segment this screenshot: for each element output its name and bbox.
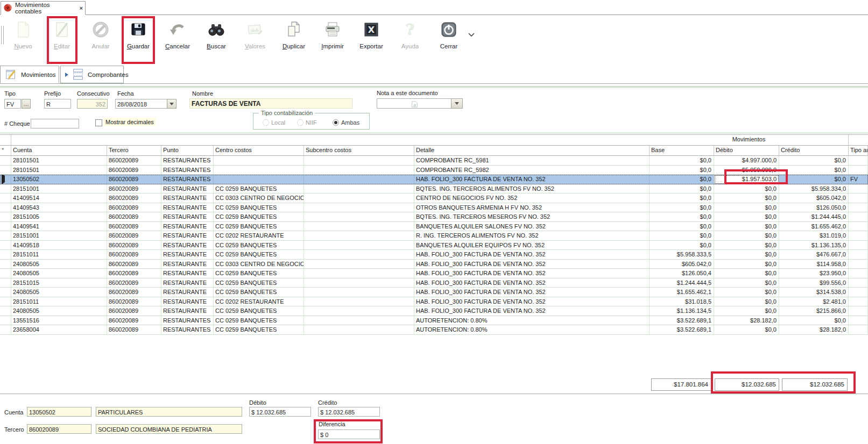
cell-tercero[interactable]: 860020089 (107, 231, 161, 241)
cell-tercero[interactable]: 860020089 (107, 260, 161, 269)
cell-tipo[interactable] (849, 203, 868, 213)
cell-credito[interactable]: $1.136.135,0 (779, 241, 849, 250)
cell-punto[interactable]: RESTAURANTES (161, 175, 214, 184)
fecha-dropdown-button[interactable] (167, 99, 177, 109)
cell-debito[interactable]: $0,0 (714, 241, 779, 250)
cell-punto[interactable]: RESTAURANTE (161, 260, 214, 269)
cell-punto[interactable]: RESTAURANTE (161, 297, 214, 307)
cell-detalle[interactable]: HAB. FOLIO_300 FACTURA DE VENTA NO. 352 (414, 269, 650, 278)
cell-cuenta[interactable]: 28151005 (11, 212, 107, 222)
toolbar-grip[interactable] (1, 26, 4, 44)
cell-tipo[interactable] (849, 278, 868, 288)
cell-subcentro[interactable] (304, 297, 414, 307)
cell-debito[interactable]: $0,0 (714, 278, 779, 288)
cell-tipo[interactable] (849, 156, 868, 166)
tab-comprobantes[interactable]: Comprobantes (60, 66, 124, 83)
cell-punto[interactable]: RESTAURANTES (161, 316, 214, 326)
cell-tipo[interactable] (849, 194, 868, 203)
cell-tercero[interactable]: 860020089 (107, 316, 161, 326)
cell-cuenta[interactable]: 28151011 (11, 297, 107, 307)
cell-credito[interactable]: $2.481,0 (779, 297, 849, 307)
cell-base[interactable]: $0,0 (650, 241, 714, 250)
cell-tercero[interactable]: 860020089 (107, 288, 161, 297)
cell-cuenta[interactable]: 24080505 (11, 288, 107, 297)
cell-centro[interactable]: CC 0202 RESTAURANTE (214, 231, 304, 241)
cell-detalle[interactable]: HAB. FOLIO_300 FACTURA DE VENTA NO. 352 (414, 260, 650, 269)
cell-cuenta[interactable]: 28151001 (11, 184, 107, 194)
cell-subcentro[interactable] (304, 166, 414, 175)
toolbar-button-cancelar[interactable]: Cancelar (160, 18, 195, 62)
cell-credito[interactable]: $0,0 (779, 166, 849, 175)
cell-base[interactable]: $5.958.333,5 (650, 250, 714, 260)
cell-credito[interactable]: $215.866,0 (779, 306, 849, 316)
cell-debito[interactable]: $0,0 (714, 250, 779, 260)
cell-cuenta[interactable]: 28101501 (11, 156, 107, 166)
cell-detalle[interactable]: OTROS BANQUETES ARMENIA H FV NO. 352 (414, 203, 650, 213)
cell-punto[interactable]: RESTAURANTE (161, 222, 214, 232)
cell-tipo[interactable] (849, 260, 868, 269)
cell-tercero[interactable]: 860020089 (107, 241, 161, 250)
toolbar-button-buscar[interactable]: Buscar (199, 18, 234, 62)
cell-tipo[interactable] (849, 231, 868, 241)
cell-punto[interactable]: RESTAURANTE (161, 241, 214, 250)
cell-punto[interactable]: RESTAURANTE (161, 231, 214, 241)
table-row[interactable]: 28151011860020089RESTAURANTECC 0202 REST… (0, 297, 868, 307)
cell-base[interactable]: $605.042,0 (650, 260, 714, 269)
cell-cuenta[interactable]: 28151015 (11, 278, 107, 288)
cell-credito[interactable]: $114.958,0 (779, 260, 849, 269)
cell-detalle[interactable]: BQTES. ING. TERCEROS MESEROS FV NO. 352 (414, 212, 650, 222)
cell-tipo[interactable] (849, 250, 868, 260)
cell-tipo[interactable]: FV (849, 175, 868, 184)
cell-sel[interactable] (0, 325, 11, 335)
cheque-input[interactable] (31, 119, 79, 128)
cell-centro[interactable] (214, 156, 304, 166)
cell-base[interactable]: $1.655.462,1 (650, 288, 714, 297)
cell-punto[interactable]: RESTAURANTE (161, 184, 214, 194)
cell-tercero[interactable]: 860020089 (107, 156, 161, 166)
cell-credito[interactable]: $0,0 (779, 316, 849, 326)
cell-cuenta[interactable]: 13050502 (11, 175, 107, 184)
cell-detalle[interactable]: HAB. FOLIO_300 FACTURA DE VENTA NO. 352 (414, 175, 650, 184)
cell-credito[interactable]: $5.958.334,0 (779, 184, 849, 194)
cell-centro[interactable]: CC 0259 BANQUETES (214, 184, 304, 194)
cell-punto[interactable]: RESTAURANTE (161, 203, 214, 213)
cell-punto[interactable]: RESTAURANTE (161, 288, 214, 297)
cell-sel[interactable] (0, 156, 11, 166)
cell-cuenta[interactable]: 41409541 (11, 222, 107, 232)
cell-detalle[interactable]: BQTES. ING. TERCEROS ALIMENTOS FV NO. 35… (414, 184, 650, 194)
column-header-detalle[interactable]: Detalle (414, 146, 650, 156)
cell-tercero[interactable]: 860020089 (107, 203, 161, 213)
cell-centro[interactable]: CC 0303 CENTRO DE NEGOCIOS (214, 194, 304, 203)
cell-subcentro[interactable] (304, 306, 414, 316)
cell-cuenta[interactable]: 28151011 (11, 250, 107, 260)
cell-centro[interactable]: CC 0259 BANQUETES (214, 278, 304, 288)
cell-tercero[interactable]: 860020089 (107, 306, 161, 316)
cell-base[interactable]: $0,0 (650, 156, 714, 166)
cell-credito[interactable]: $0,0 (779, 156, 849, 166)
cell-base[interactable]: $0,0 (650, 194, 714, 203)
nota-input[interactable]: a (377, 98, 451, 109)
column-header-base[interactable]: Base (650, 146, 714, 156)
cell-detalle[interactable]: R. ING. TERCEROS ALIMENTOS FV NO. 352 (414, 231, 650, 241)
table-row[interactable]: 28151011860020089RESTAURANTECC 0259 BANQ… (0, 250, 868, 260)
cell-subcentro[interactable] (304, 231, 414, 241)
cell-tipo[interactable] (849, 297, 868, 307)
cell-centro[interactable]: CC 0259 BANQUETES (214, 203, 304, 213)
table-row[interactable]: 28151015860020089RESTAURANTECC 0259 BANQ… (0, 278, 868, 288)
cell-sel[interactable] (0, 269, 11, 278)
footer-cuenta-code[interactable]: 13050502 (27, 407, 91, 417)
cell-subcentro[interactable] (304, 278, 414, 288)
table-row[interactable]: 24080505860020089RESTAURANTECC 0259 BANQ… (0, 288, 868, 297)
cell-centro[interactable]: CC 0259 BANQUETES (214, 316, 304, 326)
cell-centro[interactable]: CC 0259 BANQUETES (214, 241, 304, 250)
cell-tercero[interactable]: 860020089 (107, 297, 161, 307)
cell-centro[interactable]: CC 0202 RESTAURANTE (214, 297, 304, 307)
cell-debito[interactable]: $0,0 (714, 222, 779, 232)
column-header-credito[interactable]: Crédito (779, 146, 849, 156)
cell-credito[interactable]: $605.042,0 (779, 194, 849, 203)
radio-ambas[interactable] (333, 119, 339, 126)
cell-credito[interactable]: $28.182,0 (779, 325, 849, 335)
table-row[interactable]: 23658004860020089RESTAURANTESCC 0259 BAN… (0, 325, 868, 335)
table-row[interactable]: 41409543860020089RESTAURANTECC 0259 BANQ… (0, 203, 868, 213)
cell-sel[interactable] (0, 306, 11, 316)
